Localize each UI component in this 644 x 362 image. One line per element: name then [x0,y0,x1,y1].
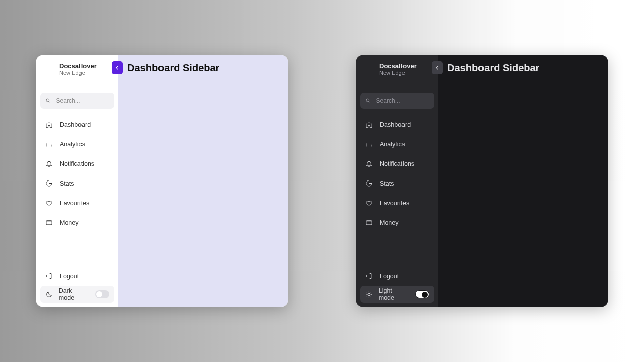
nav-label: Notifications [60,160,94,167]
page-title: Dashboard Sidebar [127,62,279,74]
nav-label: Logout [380,273,399,280]
search-icon [365,97,371,104]
nav-list: Dashboard Analytics Notifications Stats … [40,115,114,232]
sidebar-item-logout[interactable]: Logout [40,266,114,286]
nav-label: Logout [60,273,79,280]
main-content: Dashboard Sidebar [118,55,288,307]
dark-theme-panel: Docsallover New Edge Dashboard Analytics… [356,55,608,307]
sun-icon [365,291,373,298]
nav-label: Analytics [380,141,405,148]
nav-label: Money [60,219,79,226]
sidebar-item-logout[interactable]: Logout [360,266,434,286]
theme-toggle[interactable] [95,290,109,298]
sidebar: Docsallover New Edge Dashboard Analytics… [356,55,438,307]
heart-icon [365,199,373,207]
bell-icon [45,160,53,167]
bars-icon [45,140,53,148]
svg-rect-3 [366,221,372,225]
svg-point-2 [366,99,369,102]
page-title: Dashboard Sidebar [447,62,599,74]
search-box[interactable] [360,93,434,109]
brand: Docsallover New Edge [40,59,114,79]
logout-icon [365,272,373,280]
light-theme-panel: Docsallover New Edge Dashboard Analytics… [36,55,288,307]
search-icon [45,97,51,104]
nav-label: Dashboard [60,121,91,128]
wallet-icon [45,219,53,226]
search-box[interactable] [40,93,114,109]
nav-label: Stats [380,180,394,187]
chevron-left-icon [114,65,120,71]
brand-title: Docsallover [59,63,97,70]
heart-icon [45,199,53,207]
sidebar-item-dashboard[interactable]: Dashboard [360,115,434,134]
search-input[interactable] [56,97,109,104]
svg-point-0 [46,99,49,102]
home-icon [45,121,53,128]
brand-subtitle: New Edge [59,70,97,76]
chevron-left-icon [434,65,440,71]
sidebar-item-money[interactable]: Money [40,213,114,232]
nav-label: Analytics [60,141,85,148]
wallet-icon [365,219,373,226]
sidebar-item-analytics[interactable]: Analytics [40,134,114,154]
nav-label: Money [380,219,399,226]
sidebar-item-favourites[interactable]: Favourites [40,193,114,213]
moon-icon [45,291,53,298]
theme-toggle-row[interactable]: Light mode [360,286,434,303]
nav-label: Favourites [380,200,409,207]
brand-subtitle: New Edge [379,70,417,76]
theme-toggle-row[interactable]: Dark mode [40,286,114,303]
sidebar-item-stats[interactable]: Stats [40,173,114,193]
sidebar-item-favourites[interactable]: Favourites [360,193,434,213]
sidebar-item-notifications[interactable]: Notifications [40,154,114,173]
mode-label: Light mode [379,287,410,301]
nav-label: Stats [60,180,74,187]
sidebar: Docsallover New Edge Dashboard Analytics… [36,55,118,307]
nav-list: Dashboard Analytics Notifications Stats … [360,115,434,232]
brand-title: Docsallover [379,63,417,70]
sidebar-item-analytics[interactable]: Analytics [360,134,434,154]
logout-icon [45,272,53,280]
sidebar-item-stats[interactable]: Stats [360,173,434,193]
mode-label: Dark mode [59,287,89,301]
brand: Docsallover New Edge [360,59,434,79]
nav-label: Favourites [60,200,89,207]
pie-icon [45,179,53,187]
bell-icon [365,160,373,167]
nav-label: Notifications [380,160,414,167]
sidebar-item-dashboard[interactable]: Dashboard [40,115,114,134]
nav-label: Dashboard [380,121,411,128]
theme-toggle[interactable] [415,290,429,298]
sidebar-item-notifications[interactable]: Notifications [360,154,434,173]
search-input[interactable] [376,97,429,104]
sidebar-item-money[interactable]: Money [360,213,434,232]
pie-icon [365,179,373,187]
svg-point-4 [368,293,370,296]
main-content: Dashboard Sidebar [438,55,608,307]
home-icon [365,121,373,128]
bars-icon [365,140,373,148]
svg-rect-1 [46,221,52,225]
